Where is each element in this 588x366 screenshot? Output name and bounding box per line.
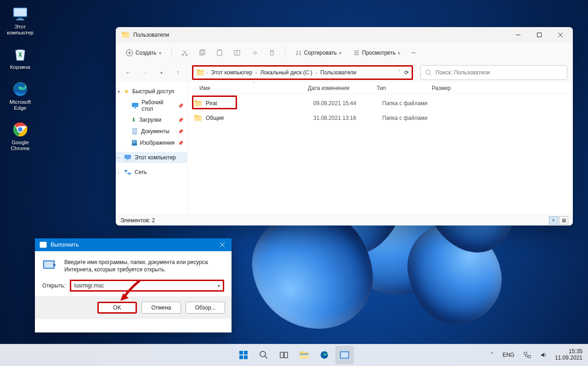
minimize-button[interactable] — [508, 27, 529, 43]
view-label: Просмотреть — [362, 50, 396, 56]
desktop-icon-edge[interactable]: MicrosoftEdge — [3, 78, 38, 113]
up-button[interactable]: ↑ — [171, 66, 185, 79]
breadcrumb-item[interactable]: Пользователи — [319, 68, 357, 77]
chevron-down-icon[interactable]: ˅ — [398, 69, 401, 76]
desktop[interactable]: Этоткомпьютер Корзина MicrosoftEdge Goog… — [0, 0, 588, 366]
titlebar[interactable]: Пользователи — [116, 27, 573, 43]
details-view-button[interactable]: ≡ — [549, 216, 558, 225]
taskbar-explorer[interactable] — [295, 346, 313, 364]
svg-rect-15 — [219, 50, 220, 51]
tiles-view-button[interactable]: ▦ — [559, 216, 568, 225]
column-type[interactable]: Тип — [377, 85, 432, 91]
desktop-icon-this-pc[interactable]: Этоткомпьютер — [3, 3, 38, 38]
column-date[interactable]: Дата изменения — [308, 85, 377, 91]
column-name[interactable]: Имя — [193, 85, 308, 91]
close-button[interactable] — [550, 27, 571, 43]
search-box[interactable] — [420, 65, 567, 80]
svg-rect-24 — [127, 159, 129, 160]
search-input[interactable] — [435, 69, 562, 76]
svg-rect-33 — [239, 355, 243, 359]
svg-rect-32 — [244, 351, 248, 355]
chevron-right-icon: › — [316, 70, 317, 75]
run-app-icon — [42, 259, 58, 271]
nav-desktop[interactable]: Рабочий стол📌 — [116, 97, 187, 114]
task-view-button[interactable] — [275, 346, 293, 364]
status-bar: Элементов: 2 ≡ ▦ — [116, 214, 573, 225]
new-label: Создать — [136, 50, 157, 56]
new-button[interactable]: Создать ▾ — [121, 47, 166, 59]
pin-icon: 📌 — [178, 141, 183, 146]
file-type: Папка с файлами — [382, 115, 447, 121]
svg-rect-2 — [18, 17, 23, 19]
breadcrumb-item[interactable]: Локальный диск (C:) — [259, 68, 314, 77]
chevron-down-icon: ▾ — [339, 51, 341, 56]
close-button[interactable] — [213, 238, 232, 251]
sort-indicator-icon: ˄ — [253, 82, 255, 86]
maximize-button[interactable] — [529, 27, 550, 43]
sort-button[interactable]: Сортировать ▾ — [291, 47, 346, 58]
folder-icon — [196, 69, 204, 76]
date: 11.09.2021 — [555, 355, 582, 361]
file-row[interactable]: Pirat 09.09.2021 15:44 Папка с файлами — [187, 96, 573, 111]
file-type: Папка с файлами — [382, 100, 447, 107]
run-input[interactable] — [74, 282, 218, 289]
view-button[interactable]: Просмотреть ▾ — [349, 47, 405, 58]
nav-documents[interactable]: Документы📌 — [116, 125, 187, 137]
taskbar-run[interactable] — [335, 346, 354, 364]
file-name: Pirat — [206, 100, 217, 107]
clock[interactable]: 15:35 11.09.2021 — [555, 349, 582, 361]
cancel-button[interactable]: Отмена — [141, 302, 181, 314]
folder-icon — [194, 100, 202, 107]
ok-button[interactable]: OK — [97, 302, 137, 314]
file-explorer-window: Пользователи Создать ▾ — [116, 27, 573, 225]
column-size[interactable]: Размер — [432, 85, 469, 91]
cut-button[interactable] — [177, 47, 192, 59]
file-name: Общие — [206, 115, 224, 121]
desktop-icon-chrome[interactable]: GoogleChrome — [3, 118, 38, 153]
forward-button[interactable]: → — [138, 66, 152, 79]
taskbar-edge[interactable] — [315, 346, 334, 364]
svg-rect-8 — [537, 33, 542, 37]
back-button[interactable]: ← — [121, 66, 135, 79]
pin-icon: 📌 — [178, 103, 183, 108]
dropdown-icon[interactable]: ▾ — [218, 283, 220, 288]
nav-downloads[interactable]: ⬇Загрузки📌 — [116, 114, 187, 125]
titlebar[interactable]: Выполнить — [35, 238, 232, 251]
nav-this-pc[interactable]: ›Этот компьютер — [116, 152, 187, 163]
svg-rect-36 — [280, 352, 283, 358]
nav-network[interactable]: ›Сеть — [116, 167, 187, 178]
language-indicator[interactable]: ENG — [501, 351, 516, 359]
file-date: 09.09.2021 15:44 — [313, 100, 382, 107]
desktop-icon-label: MicrosoftEdge — [10, 99, 31, 111]
item-count: Элементов: 2 — [120, 217, 155, 224]
tray-chevron[interactable]: ˄ — [489, 351, 495, 359]
more-button[interactable]: ··· — [407, 47, 419, 58]
nav-quick-access[interactable]: ▾★Быстрый доступ — [116, 86, 187, 97]
svg-rect-27 — [40, 242, 46, 248]
svg-rect-25 — [124, 170, 127, 172]
svg-rect-37 — [284, 352, 288, 358]
breadcrumb-item[interactable]: Этот компьютер — [209, 68, 254, 77]
refresh-icon[interactable]: ⟳ — [404, 69, 409, 76]
network-icon[interactable] — [522, 351, 533, 359]
search-button[interactable] — [254, 346, 273, 364]
run-title: Выполнить — [51, 242, 79, 248]
nav-pictures[interactable]: Изображения📌 — [116, 137, 187, 148]
chevron-right-icon: › — [206, 70, 208, 75]
share-button[interactable] — [247, 47, 262, 59]
sort-label: Сортировать — [304, 50, 337, 56]
svg-point-17 — [426, 70, 430, 74]
paste-button[interactable] — [212, 47, 227, 59]
start-button[interactable] — [234, 346, 253, 364]
recent-dropdown-button[interactable]: ▾ — [154, 66, 168, 79]
desktop-icon-label: Корзина — [10, 64, 30, 70]
copy-button[interactable] — [195, 47, 209, 59]
volume-icon[interactable] — [538, 351, 549, 359]
rename-button[interactable] — [230, 47, 244, 59]
address-bar[interactable]: › Этот компьютер › Локальный диск (C:) ›… — [192, 65, 413, 80]
desktop-icon-recycle-bin[interactable]: Корзина — [3, 43, 38, 72]
browse-button[interactable]: Обзор... — [186, 302, 225, 314]
delete-button[interactable] — [265, 47, 279, 59]
svg-rect-42 — [341, 352, 348, 358]
file-row[interactable]: Общие 31.08.2021 13:16 Папка с файлами — [187, 111, 573, 125]
